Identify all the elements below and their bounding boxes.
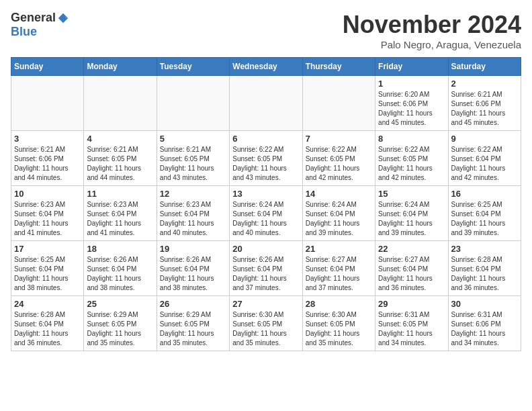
day-cell-21: 21Sunrise: 6:27 AM Sunset: 6:04 PM Dayli…: [302, 241, 375, 296]
day-number: 29: [378, 299, 445, 309]
day-cell-25: 25Sunrise: 6:29 AM Sunset: 6:05 PM Dayli…: [84, 296, 157, 351]
day-cell-1: 1Sunrise: 6:20 AM Sunset: 6:06 PM Daylig…: [375, 76, 448, 131]
day-cell-30: 30Sunrise: 6:31 AM Sunset: 6:06 PM Dayli…: [448, 296, 521, 351]
day-cell-29: 29Sunrise: 6:31 AM Sunset: 6:05 PM Dayli…: [375, 296, 448, 351]
day-number: 15: [378, 189, 445, 199]
day-cell-16: 16Sunrise: 6:25 AM Sunset: 6:04 PM Dayli…: [448, 186, 521, 241]
day-cell-24: 24Sunrise: 6:28 AM Sunset: 6:04 PM Dayli…: [11, 296, 84, 351]
weekday-header-saturday: Saturday: [448, 58, 521, 76]
week-row-1: 1Sunrise: 6:20 AM Sunset: 6:06 PM Daylig…: [11, 76, 521, 131]
day-info: Sunrise: 6:21 AM Sunset: 6:05 PM Dayligh…: [160, 145, 226, 183]
weekday-header-row: SundayMondayTuesdayWednesdayThursdayFrid…: [11, 58, 521, 76]
day-number: 27: [232, 299, 299, 309]
day-number: 16: [451, 189, 518, 199]
empty-cell: [157, 76, 229, 131]
weekday-header-tuesday: Tuesday: [157, 58, 229, 76]
logo: General Blue: [11, 11, 69, 39]
day-cell-13: 13Sunrise: 6:24 AM Sunset: 6:04 PM Dayli…: [230, 186, 302, 241]
day-info: Sunrise: 6:26 AM Sunset: 6:04 PM Dayligh…: [160, 255, 226, 293]
day-cell-23: 23Sunrise: 6:28 AM Sunset: 6:04 PM Dayli…: [448, 241, 521, 296]
day-cell-14: 14Sunrise: 6:24 AM Sunset: 6:04 PM Dayli…: [302, 186, 375, 241]
day-info: Sunrise: 6:30 AM Sunset: 6:05 PM Dayligh…: [306, 310, 372, 348]
day-number: 4: [87, 134, 153, 144]
week-row-3: 10Sunrise: 6:23 AM Sunset: 6:04 PM Dayli…: [11, 186, 521, 241]
day-cell-28: 28Sunrise: 6:30 AM Sunset: 6:05 PM Dayli…: [302, 296, 375, 351]
day-info: Sunrise: 6:20 AM Sunset: 6:06 PM Dayligh…: [378, 90, 445, 128]
day-number: 9: [451, 134, 518, 144]
day-info: Sunrise: 6:29 AM Sunset: 6:05 PM Dayligh…: [160, 310, 226, 348]
day-number: 17: [14, 244, 81, 254]
day-number: 10: [14, 189, 81, 199]
weekday-header-wednesday: Wednesday: [230, 58, 302, 76]
day-cell-2: 2Sunrise: 6:21 AM Sunset: 6:06 PM Daylig…: [448, 76, 521, 131]
day-number: 21: [306, 244, 372, 254]
day-info: Sunrise: 6:22 AM Sunset: 6:05 PM Dayligh…: [232, 145, 299, 183]
day-info: Sunrise: 6:29 AM Sunset: 6:05 PM Dayligh…: [87, 310, 153, 348]
day-number: 7: [306, 134, 372, 144]
week-row-4: 17Sunrise: 6:25 AM Sunset: 6:04 PM Dayli…: [11, 241, 521, 296]
day-number: 14: [306, 189, 372, 199]
day-number: 3: [14, 134, 81, 144]
day-number: 13: [232, 189, 299, 199]
day-info: Sunrise: 6:27 AM Sunset: 6:04 PM Dayligh…: [378, 255, 445, 293]
day-cell-4: 4Sunrise: 6:21 AM Sunset: 6:05 PM Daylig…: [84, 131, 157, 186]
day-number: 28: [306, 299, 372, 309]
day-number: 22: [378, 244, 445, 254]
day-number: 6: [232, 134, 299, 144]
day-info: Sunrise: 6:22 AM Sunset: 6:05 PM Dayligh…: [306, 145, 372, 183]
day-cell-15: 15Sunrise: 6:24 AM Sunset: 6:04 PM Dayli…: [375, 186, 448, 241]
day-info: Sunrise: 6:27 AM Sunset: 6:04 PM Dayligh…: [306, 255, 372, 293]
calendar-table: SundayMondayTuesdayWednesdayThursdayFrid…: [11, 57, 521, 351]
empty-cell: [11, 76, 84, 131]
day-info: Sunrise: 6:31 AM Sunset: 6:05 PM Dayligh…: [378, 310, 445, 348]
logo-general-text: General: [11, 11, 56, 25]
day-info: Sunrise: 6:23 AM Sunset: 6:04 PM Dayligh…: [160, 200, 226, 238]
day-info: Sunrise: 6:23 AM Sunset: 6:04 PM Dayligh…: [14, 200, 81, 238]
day-info: Sunrise: 6:24 AM Sunset: 6:04 PM Dayligh…: [232, 200, 299, 238]
day-number: 11: [87, 189, 153, 199]
empty-cell: [302, 76, 375, 131]
logo-blue-text: Blue: [11, 25, 37, 39]
day-cell-8: 8Sunrise: 6:22 AM Sunset: 6:05 PM Daylig…: [375, 131, 448, 186]
day-cell-9: 9Sunrise: 6:22 AM Sunset: 6:04 PM Daylig…: [448, 131, 521, 186]
week-row-5: 24Sunrise: 6:28 AM Sunset: 6:04 PM Dayli…: [11, 296, 521, 351]
weekday-header-monday: Monday: [84, 58, 157, 76]
day-number: 18: [87, 244, 153, 254]
day-info: Sunrise: 6:26 AM Sunset: 6:04 PM Dayligh…: [232, 255, 299, 293]
day-cell-11: 11Sunrise: 6:23 AM Sunset: 6:04 PM Dayli…: [84, 186, 157, 241]
day-info: Sunrise: 6:21 AM Sunset: 6:06 PM Dayligh…: [14, 145, 81, 183]
day-number: 26: [160, 299, 226, 309]
day-info: Sunrise: 6:23 AM Sunset: 6:04 PM Dayligh…: [87, 200, 153, 238]
day-cell-22: 22Sunrise: 6:27 AM Sunset: 6:04 PM Dayli…: [375, 241, 448, 296]
day-info: Sunrise: 6:25 AM Sunset: 6:04 PM Dayligh…: [14, 255, 81, 293]
day-info: Sunrise: 6:22 AM Sunset: 6:05 PM Dayligh…: [378, 145, 445, 183]
day-cell-17: 17Sunrise: 6:25 AM Sunset: 6:04 PM Dayli…: [11, 241, 84, 296]
weekday-header-friday: Friday: [375, 58, 448, 76]
page-header: General Blue November 2024 Palo Negro, A…: [11, 11, 521, 50]
day-cell-3: 3Sunrise: 6:21 AM Sunset: 6:06 PM Daylig…: [11, 131, 84, 186]
day-info: Sunrise: 6:21 AM Sunset: 6:06 PM Dayligh…: [451, 90, 518, 128]
day-cell-6: 6Sunrise: 6:22 AM Sunset: 6:05 PM Daylig…: [230, 131, 302, 186]
day-info: Sunrise: 6:24 AM Sunset: 6:04 PM Dayligh…: [378, 200, 445, 238]
weekday-header-sunday: Sunday: [11, 58, 84, 76]
day-number: 24: [14, 299, 81, 309]
day-info: Sunrise: 6:30 AM Sunset: 6:05 PM Dayligh…: [232, 310, 299, 348]
day-number: 25: [87, 299, 153, 309]
day-number: 1: [378, 79, 445, 89]
day-info: Sunrise: 6:28 AM Sunset: 6:04 PM Dayligh…: [451, 255, 518, 293]
day-number: 23: [451, 244, 518, 254]
day-info: Sunrise: 6:28 AM Sunset: 6:04 PM Dayligh…: [14, 310, 81, 348]
day-number: 8: [378, 134, 445, 144]
day-info: Sunrise: 6:24 AM Sunset: 6:04 PM Dayligh…: [306, 200, 372, 238]
day-number: 5: [160, 134, 226, 144]
day-number: 12: [160, 189, 226, 199]
day-cell-19: 19Sunrise: 6:26 AM Sunset: 6:04 PM Dayli…: [157, 241, 229, 296]
empty-cell: [84, 76, 157, 131]
weekday-header-thursday: Thursday: [302, 58, 375, 76]
day-number: 30: [451, 299, 518, 309]
title-block: November 2024 Palo Negro, Aragua, Venezu…: [343, 11, 521, 50]
empty-cell: [230, 76, 302, 131]
day-info: Sunrise: 6:31 AM Sunset: 6:06 PM Dayligh…: [451, 310, 518, 348]
day-number: 19: [160, 244, 226, 254]
logo-icon: [57, 12, 69, 24]
